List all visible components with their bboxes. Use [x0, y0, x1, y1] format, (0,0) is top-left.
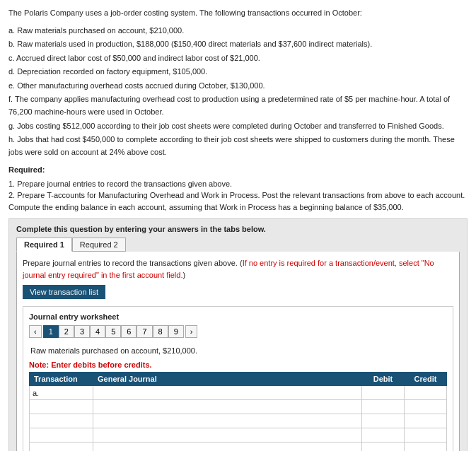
- col-header-credit: Credit: [405, 373, 447, 386]
- credit-input[interactable]: [407, 387, 443, 398]
- table-row: [30, 443, 447, 451]
- debit-input[interactable]: [365, 387, 401, 398]
- col-header-debit: Debit: [362, 373, 405, 386]
- tab-area-wrapper: Complete this question by entering your …: [8, 218, 468, 451]
- view-transaction-list-button[interactable]: View transaction list: [23, 285, 105, 299]
- cell-credit[interactable]: [405, 443, 447, 451]
- page-button-4[interactable]: 4: [90, 325, 105, 338]
- cell-credit[interactable]: [405, 386, 447, 400]
- credit-input[interactable]: [407, 430, 443, 440]
- journal-worksheet-title: Journal entry worksheet: [29, 312, 447, 321]
- tab-area-title: Complete this question by entering your …: [16, 225, 460, 233]
- cell-transaction: [30, 414, 93, 428]
- page-button-9[interactable]: 9: [168, 325, 184, 338]
- pagination-row: ‹ 123456789 ›: [29, 325, 447, 338]
- general-journal-input[interactable]: [96, 387, 359, 398]
- cell-debit[interactable]: [362, 400, 405, 414]
- cell-credit[interactable]: [405, 428, 447, 443]
- page-button-7[interactable]: 7: [137, 325, 152, 338]
- cell-transaction: [30, 428, 93, 443]
- debit-input[interactable]: [365, 416, 401, 426]
- cell-general-journal[interactable]: [93, 428, 362, 443]
- col-header-general-journal: General Journal: [93, 373, 362, 386]
- transaction-item: b. Raw materials used in production, $18…: [8, 38, 468, 51]
- cell-general-journal[interactable]: [93, 414, 362, 428]
- cell-debit[interactable]: [362, 443, 405, 451]
- page-button-6[interactable]: 6: [121, 325, 137, 338]
- tab-required-1[interactable]: Required 1: [16, 238, 72, 252]
- transaction-item: a. Raw materials purchased on account, $…: [8, 25, 468, 37]
- required-section: Required: 1. Prepare journal entries to …: [8, 164, 468, 213]
- tab-content: Prepare journal entries to record the tr…: [16, 252, 460, 451]
- info-normal: Prepare journal entries to record the tr…: [23, 259, 243, 267]
- transaction-item: d. Depreciation recorded on factory equi…: [8, 66, 468, 78]
- intro-paragraph: The Polaris Company uses a job-order cos…: [8, 7, 468, 19]
- general-journal-input[interactable]: [96, 430, 359, 440]
- cell-credit[interactable]: [405, 414, 447, 428]
- transactions-list: a. Raw materials purchased on account, $…: [8, 25, 468, 159]
- cell-general-journal[interactable]: [93, 443, 362, 451]
- credit-input[interactable]: [407, 444, 443, 451]
- cell-debit[interactable]: [362, 386, 405, 400]
- debit-input[interactable]: [365, 444, 401, 451]
- page-button-5[interactable]: 5: [105, 325, 121, 338]
- transaction-item: c. Accrued direct labor cost of $50,000 …: [8, 52, 468, 65]
- cell-transaction: [30, 400, 93, 414]
- tab-required-2[interactable]: Required 2: [72, 238, 126, 252]
- cell-transaction: a.: [30, 386, 93, 400]
- table-row: a.: [30, 386, 447, 400]
- prev-page-button[interactable]: ‹: [29, 325, 42, 338]
- note-text: Note: Enter debits before credits.: [29, 361, 447, 369]
- transaction-item: e. Other manufacturing overhead costs ac…: [8, 80, 468, 93]
- tabs-row: Required 1 Required 2: [16, 238, 460, 252]
- required-item: 2. Prepare T-accounts for Manufacturing …: [8, 189, 468, 213]
- journal-entry-worksheet: Journal entry worksheet ‹ 123456789 › Ra…: [23, 306, 453, 451]
- page-button-3[interactable]: 3: [74, 325, 90, 338]
- debit-input[interactable]: [365, 430, 401, 440]
- journal-table: Transaction General Journal Debit Credit…: [29, 372, 447, 451]
- info-end: ): [182, 271, 185, 279]
- general-journal-input[interactable]: [96, 416, 359, 426]
- cell-general-journal[interactable]: [93, 400, 362, 414]
- cell-debit[interactable]: [362, 428, 405, 443]
- cell-debit[interactable]: [362, 414, 405, 428]
- required-title: Required:: [8, 164, 468, 176]
- next-page-button[interactable]: ›: [185, 325, 198, 338]
- table-row: [30, 414, 447, 428]
- debit-input[interactable]: [365, 402, 401, 412]
- transaction-item: g. Jobs costing $512,000 according to th…: [8, 120, 468, 133]
- page-button-8[interactable]: 8: [153, 325, 168, 338]
- credit-input[interactable]: [407, 416, 443, 426]
- cell-transaction: [30, 443, 93, 451]
- page-button-1[interactable]: 1: [43, 325, 59, 338]
- required-item: 1. Prepare journal entries to record the…: [8, 178, 468, 190]
- transaction-item: f. The company applies manufacturing ove…: [8, 93, 468, 118]
- page-button-2[interactable]: 2: [59, 325, 74, 338]
- table-row: [30, 400, 447, 414]
- cell-general-journal[interactable]: [93, 386, 362, 400]
- table-row: [30, 428, 447, 443]
- tab-content-info: Prepare journal entries to record the tr…: [23, 257, 453, 281]
- col-header-transaction: Transaction: [30, 373, 93, 386]
- general-journal-input[interactable]: [96, 444, 359, 451]
- cell-credit[interactable]: [405, 400, 447, 414]
- transaction-description: Raw materials purchased on account, $210…: [29, 344, 447, 358]
- credit-input[interactable]: [407, 402, 443, 412]
- general-journal-input[interactable]: [96, 402, 359, 412]
- transaction-item: h. Jobs that had cost $450,000 to comple…: [8, 134, 468, 158]
